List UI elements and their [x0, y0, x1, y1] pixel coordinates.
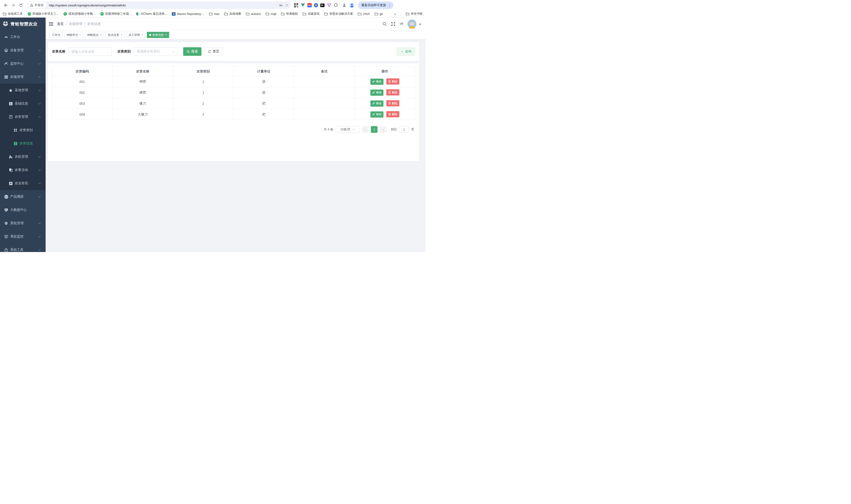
chevron-down-icon [38, 195, 41, 198]
sidebar-item-basic-info[interactable]: 基础信息 [0, 97, 46, 110]
close-icon[interactable]: × [141, 33, 143, 37]
pencil-icon [372, 102, 375, 105]
avatar[interactable] [407, 19, 416, 29]
fe-helper-icon[interactable]: FE [307, 3, 312, 7]
edit-button[interactable]: 修改 [370, 90, 384, 96]
bookmark-item[interactable]: 课本|苏教版小学数... [64, 12, 95, 16]
bookmark-folder[interactable]: 高德地图 [224, 12, 241, 16]
folder-icon [406, 12, 409, 15]
bookmark-folder[interactable]: mac [209, 12, 220, 16]
extensions-puzzle-icon[interactable] [334, 3, 338, 7]
user-menu[interactable] [407, 19, 421, 29]
downloads-icon[interactable] [340, 1, 348, 9]
bookmark-item[interactable]: 部编版小学语文三... [28, 12, 59, 16]
close-icon[interactable]: × [79, 33, 81, 37]
sidebar-item-base-mgmt[interactable]: 基地管理 [0, 84, 46, 97]
delete-button[interactable]: 删除 [386, 89, 400, 95]
edit-button[interactable]: 修改 [370, 111, 384, 118]
close-icon[interactable]: × [165, 33, 167, 37]
supplies-category-select[interactable]: 请选择农资类别 [134, 47, 177, 56]
media-extension-icon[interactable] [314, 3, 318, 7]
sidebar-item-supplies-category[interactable]: 农资类别 [0, 124, 46, 137]
markdown-extension-icon[interactable]: M↓ [320, 3, 324, 7]
vue-devtools-icon[interactable] [301, 3, 305, 7]
tractor-icon [8, 155, 13, 159]
profile-avatar-icon[interactable] [348, 1, 356, 9]
bookmark-folder[interactable]: JAVA [358, 12, 370, 16]
bookmark-folder[interactable]: 党建系统 [303, 12, 320, 16]
prev-page-button[interactable]: ‹ [362, 126, 369, 133]
bookmark-folder[interactable]: arduino [246, 12, 261, 16]
bookmarks-overflow-chevron[interactable]: » [394, 12, 396, 16]
delete-button[interactable]: 删除 [386, 100, 400, 106]
fullscreen-icon[interactable] [391, 22, 395, 26]
delete-button[interactable]: 删除 [386, 78, 400, 85]
font-size-icon[interactable]: TT [400, 22, 403, 26]
browser-menu-icon[interactable]: ⋮ [388, 3, 391, 7]
tab-employee-mgmt[interactable]: 员工管理× [126, 32, 145, 38]
bookmark-folder[interactable]: mqtt [266, 12, 276, 16]
sidebar-item-supplies-mgmt[interactable]: 农资管理 [0, 110, 46, 124]
close-icon[interactable]: × [121, 33, 122, 37]
sidebar-fold-icon[interactable] [49, 22, 53, 26]
bookmark-folder[interactable]: 智慧农业解决方案 [324, 12, 353, 16]
security-chip[interactable]: 不安全 [28, 2, 47, 8]
delete-button[interactable]: 删除 [386, 111, 400, 117]
relaunch-update-button[interactable]: 重新启动即可更新 ⋮ [358, 1, 393, 9]
edit-button[interactable]: 修改 [370, 78, 384, 85]
reload-icon[interactable] [17, 1, 25, 9]
breadcrumb-home[interactable]: 首页 [57, 22, 64, 26]
tab-workbench[interactable]: 工作台 [49, 32, 63, 38]
bookmark-item[interactable]: ECharts 备忘清单... [136, 12, 167, 16]
bookmark-folder[interactable]: 智美物联 [281, 12, 298, 16]
header-search-icon[interactable] [383, 22, 387, 26]
sidebar-item-workbench[interactable]: 工作台 [0, 31, 46, 44]
add-button[interactable]: ＋ 新增 [397, 48, 415, 56]
breadcrumb-farm[interactable]: 农场管理 [69, 22, 82, 26]
sidebar-item-device-mgmt[interactable]: 设备管理 [0, 44, 46, 57]
device-icon [4, 49, 8, 52]
supplies-name-input[interactable] [68, 47, 112, 56]
bookmark-item[interactable]: 苏教译林版三年级... [100, 12, 131, 16]
page-size-select[interactable]: 10条/页 [336, 126, 359, 133]
address-bar[interactable]: 不安全 http://system.zosoft.top/agriculture… [27, 1, 291, 9]
bookmark-item[interactable]: MMaven Repository:... [172, 12, 204, 16]
bookmark-folder[interactable]: git [375, 12, 383, 16]
pencil-icon [372, 91, 375, 94]
tab-batch-task[interactable]: 批次任务× [106, 32, 125, 38]
password-key-icon[interactable] [279, 3, 283, 7]
bookmark-folder[interactable]: 在线类工具 [3, 12, 23, 16]
sidebar-item-supplies-info[interactable]: 农资信息 [0, 137, 46, 150]
sidebar-item-farm-mgmt[interactable]: 农场管理 [0, 70, 46, 84]
goto-label: 前往 [391, 127, 397, 131]
app-title: 青蛙智慧农业 [11, 21, 37, 27]
sidebar-item-system-mgmt[interactable]: 系统管理 [0, 217, 46, 230]
edit-button[interactable]: 修改 [370, 101, 384, 107]
tab-supplies-info[interactable]: 农资信息× [147, 32, 169, 38]
sidebar-item-machinery-mgmt[interactable]: 农机管理 [0, 150, 46, 163]
qr-extension-icon[interactable] [294, 3, 298, 7]
all-bookmarks-folder[interactable]: 所有书签 [406, 12, 423, 16]
current-page-button[interactable]: 1 [371, 126, 377, 133]
bookmark-star-icon[interactable]: ☆ [285, 3, 288, 7]
sidebar-item-system-monitor[interactable]: 系统监控 [0, 230, 46, 243]
tab-planting-unit[interactable]: 种植单元× [64, 32, 83, 38]
vite-extension-icon[interactable] [327, 3, 332, 7]
tab-planting-batch[interactable]: 种植批次× [85, 32, 104, 38]
next-page-button[interactable]: › [380, 126, 387, 133]
app-logo[interactable]: 青蛙智慧农业 [0, 18, 46, 31]
url-text[interactable]: http://system.zosoft.top/agriculture/non… [49, 3, 277, 7]
sidebar-item-monitor-center[interactable]: 监控中心 [0, 57, 46, 70]
reset-button[interactable]: 重置 [204, 47, 223, 56]
goto-page-input[interactable] [400, 126, 409, 133]
close-icon[interactable]: × [100, 33, 102, 37]
sidebar-item-system-tools[interactable]: 系统工具 [0, 243, 46, 252]
forward-icon[interactable] [10, 1, 17, 9]
search-button[interactable]: 搜索 [183, 47, 201, 56]
folder-icon [281, 12, 285, 15]
sidebar-item-agri-news[interactable]: 农业资讯 [0, 177, 46, 190]
sidebar-item-traceability[interactable]: 产品溯源 [0, 190, 46, 203]
sidebar-item-farming-activity[interactable]: 农事活动 [0, 163, 46, 177]
back-icon[interactable] [2, 1, 10, 9]
sidebar-item-bigdata-center[interactable]: 大数据中心 [0, 203, 46, 217]
